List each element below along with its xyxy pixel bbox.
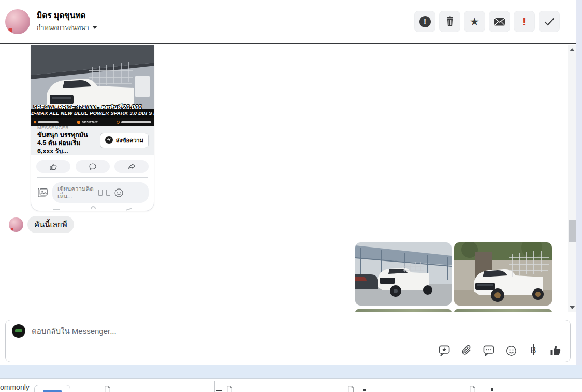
clock-icon xyxy=(117,121,120,124)
conversation-header: มิตร มุดขุนทด กำหนดการสนทนา ! ★ xyxy=(0,0,576,44)
star-button[interactable]: ★ xyxy=(464,11,485,32)
quick-reply-button[interactable] xyxy=(483,344,495,357)
customer-name: มิตร มุดขุนทด xyxy=(37,10,97,21)
cropped-text-fragment xyxy=(363,389,366,391)
report-button[interactable]: ! xyxy=(414,11,435,32)
send-like-button[interactable] xyxy=(549,344,562,357)
blurred-location-text xyxy=(38,121,59,123)
cropped-phone-navbar xyxy=(31,205,154,211)
delete-button[interactable] xyxy=(439,11,460,32)
hours-info xyxy=(117,121,151,124)
home-icon xyxy=(91,206,96,209)
customer-avatar[interactable] xyxy=(5,9,30,34)
check-icon xyxy=(544,18,555,26)
comment-bubble-icon xyxy=(89,163,97,171)
composer-toolbar: B xyxy=(438,344,562,357)
like-button[interactable] xyxy=(36,160,70,173)
cropped-text-fragment xyxy=(216,390,222,391)
saved-replies-button[interactable] xyxy=(438,344,450,357)
document-icon xyxy=(226,386,234,392)
comment-button[interactable] xyxy=(76,160,110,173)
info-banner-strip xyxy=(0,365,582,379)
outgoing-photo-carport[interactable] xyxy=(355,242,452,306)
unrendered-glyph-box xyxy=(106,190,110,196)
send-message-label: ส่งข้อความ xyxy=(116,136,143,145)
document-icon xyxy=(104,386,111,392)
emoji-smiley-icon xyxy=(506,345,517,356)
send-message-button[interactable]: ส่งข้อความ xyxy=(100,133,149,148)
reply-composer[interactable]: B xyxy=(5,320,571,362)
shared-post-card[interactable]: SPECIAL PRICE 479,000.- ลดทันที 20,000 D… xyxy=(31,45,154,211)
location-info xyxy=(34,121,59,123)
outgoing-photo-cattle-rack[interactable] xyxy=(454,242,552,306)
page-logo-avatar xyxy=(12,324,25,338)
baht-icon: B xyxy=(530,345,536,356)
messenger-icon xyxy=(105,136,113,144)
mark-done-button[interactable] xyxy=(539,11,560,32)
conversation-window: มิตร มุดขุนทด กำหนดการสนทนา ! ★ xyxy=(0,0,582,392)
cropped-toolbar-button[interactable] xyxy=(34,385,70,392)
cropped-toolbar-label: ommonly xyxy=(0,383,30,391)
incoming-message-bubble[interactable]: คันนี้เลยพี่ xyxy=(27,216,74,233)
customer-avatar-small[interactable] xyxy=(9,217,23,232)
source-label: MESSENGER xyxy=(37,125,98,130)
trash-icon xyxy=(445,16,455,27)
star-icon: ★ xyxy=(470,16,479,27)
post-headline: ขับสนุก บรรทุกมัน 4.5 ตัน ผ่อนเริ่ม 6,xx… xyxy=(37,130,98,155)
divider xyxy=(456,381,456,392)
outgoing-photo-cropped[interactable] xyxy=(454,309,552,312)
add-photo-icon[interactable] xyxy=(37,188,48,198)
attach-file-button[interactable] xyxy=(460,344,473,357)
conversation-actions: ! ★ xyxy=(414,11,560,32)
scrollbar-thumb[interactable] xyxy=(569,220,576,242)
phone-number: 0885577952 xyxy=(82,121,98,124)
back-icon xyxy=(126,208,132,211)
truck-ad-photo: SPECIAL PRICE 479,000.- ลดทันที 20,000 D… xyxy=(31,45,154,126)
thumbs-up-icon xyxy=(49,163,57,171)
chat-scrollbar[interactable] xyxy=(568,45,576,312)
exclamation-circle-icon: ! xyxy=(419,16,431,27)
thumbs-up-filled-icon xyxy=(549,344,562,357)
divider xyxy=(336,381,336,392)
bubble-dots-icon xyxy=(483,345,494,356)
blurred-hours-text xyxy=(121,121,151,123)
cropped-blue-button-text xyxy=(43,390,62,392)
schedule-conversation-dropdown[interactable]: กำหนดการสนทนา xyxy=(37,22,97,33)
emoji-smiley-icon[interactable] xyxy=(114,188,124,198)
write-comment-field[interactable]: เขียนความคิดเห็น... xyxy=(52,182,149,203)
reply-input[interactable] xyxy=(32,325,363,337)
share-arrow-icon xyxy=(127,163,136,171)
truck-photo-illustration xyxy=(355,242,452,306)
divider xyxy=(581,381,581,392)
message-thread[interactable]: SPECIAL PRICE 479,000.- ลดทันที 20,000 D… xyxy=(0,45,568,312)
page-background-strip xyxy=(576,0,582,365)
post-cta-section: MESSENGER ขับสนุก บรรทุกมัน 4.5 ตัน ผ่อน… xyxy=(31,126,154,155)
scroll-down-arrow-icon[interactable] xyxy=(570,306,575,309)
document-icon xyxy=(469,386,476,392)
comment-placeholder: เขียนความคิดเห็น... xyxy=(57,185,95,200)
emoji-button[interactable] xyxy=(505,344,517,357)
important-exclamation-icon: ! xyxy=(522,16,526,27)
schedule-conversation-label: กำหนดการสนทนา xyxy=(37,22,89,33)
divider xyxy=(94,381,94,392)
post-action-row xyxy=(31,155,154,176)
location-pin-icon xyxy=(33,120,37,124)
incoming-message-row: คันนี้เลยพี่ xyxy=(9,216,74,233)
cropped-text-fragment xyxy=(491,388,493,391)
scroll-up-arrow-icon[interactable] xyxy=(570,48,575,51)
outgoing-photo-cropped[interactable] xyxy=(355,309,452,312)
model-overlay: D-MAX ALL NEW BLUE POWER SPARK 3.0 DDI S… xyxy=(31,109,154,118)
cropped-bottom-toolbar: ommonly xyxy=(0,379,582,392)
divider xyxy=(214,381,215,392)
dealer-info-bar: 0885577952 xyxy=(31,118,154,126)
envelope-icon xyxy=(494,18,505,26)
divider xyxy=(0,364,576,364)
mark-unread-button[interactable] xyxy=(489,11,510,32)
truck-photo-illustration xyxy=(454,242,552,306)
phone-icon xyxy=(77,121,80,124)
phone-info: 0885577952 xyxy=(77,121,98,124)
share-button[interactable] xyxy=(114,160,149,173)
document-icon xyxy=(347,386,355,392)
mark-important-button[interactable]: ! xyxy=(514,11,535,32)
payment-button[interactable]: B xyxy=(527,344,540,357)
